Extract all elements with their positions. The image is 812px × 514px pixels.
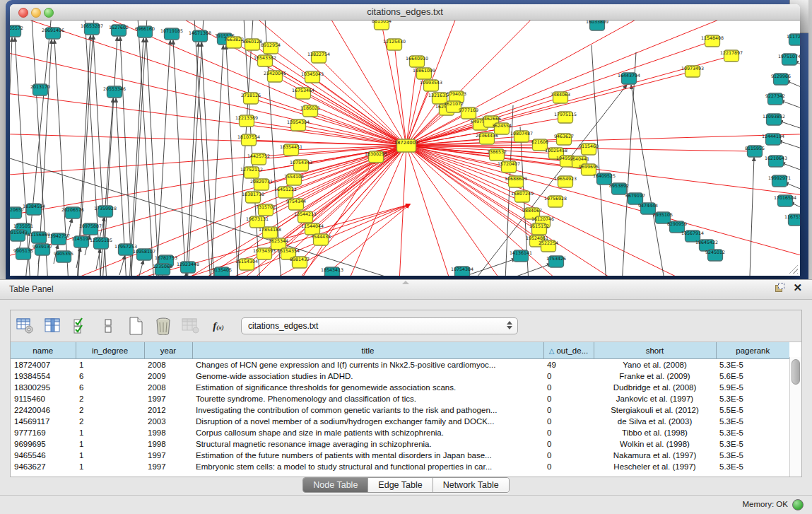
table-cell[interactable]: Dudbridge et al. (2008) [594,382,716,393]
table-row[interactable]: 911546021997Tourette syndrome. Phenomeno… [11,393,789,404]
table-cell[interactable]: 9777169 [11,427,76,438]
table-cell[interactable]: 5.3E-5 [716,450,789,461]
table-cell[interactable]: 5.3E-5 [716,461,789,472]
table-cell[interactable]: 2003 [144,416,192,427]
table-cell[interactable]: de Silva et al. (2003) [594,416,716,427]
create-column-button[interactable] [126,317,145,335]
network-window-titlebar[interactable]: citations_edges.txt [10,4,800,21]
node-table[interactable]: namein_degreeyeartitle△out_de...shortpag… [11,342,789,472]
import-table-button[interactable] [182,317,200,335]
table-select-dropdown[interactable]: citations_edges.txt [241,317,518,334]
table-cell[interactable]: 2 [76,393,144,404]
table-cell[interactable]: 1997 [144,393,192,404]
citation-network-graph[interactable]: 9405572206914061065328715276026966160107… [10,21,800,276]
table-mode-button[interactable] [16,317,35,335]
function-builder-button[interactable]: f(x) [209,317,228,335]
table-row[interactable]: 946362711997Embryonic stem cells: a mode… [11,461,789,472]
table-cell[interactable]: Stergiakouli et al. (2012) [594,404,716,416]
table-cell[interactable]: 9115460 [11,393,76,404]
table-row[interactable]: 1456911722003Disruption of a novel membe… [11,416,789,427]
table-cell[interactable]: Jankovic et al. (1997) [594,393,716,404]
table-cell[interactable]: 5.3E-5 [716,427,789,438]
table-cell[interactable]: 1 [76,461,144,472]
table-cell[interactable]: Estimation of the future numbers of pati… [192,450,543,461]
table-cell[interactable]: 2 [76,416,144,427]
column-header-in-degree[interactable]: in_degree [76,342,144,359]
panel-splitter-handle[interactable] [402,281,409,284]
table-cell[interactable]: 5.3E-5 [716,359,789,371]
float-panel-icon[interactable] [775,283,784,292]
table-cell[interactable]: Disruption of a novel member of a sodium… [192,416,543,427]
tab-node-table[interactable]: Node Table [303,478,368,492]
table-cell[interactable]: 2012 [144,404,192,416]
table-cell[interactable]: Estimation of significance thresholds fo… [192,382,543,393]
column-header-pagerank[interactable]: pagerank [716,342,789,359]
table-row[interactable]: 977716911998Corpus callosum shape and si… [11,427,789,438]
table-cell[interactable]: 0 [543,416,594,427]
table-cell[interactable]: 9463627 [11,461,76,472]
table-row[interactable]: 946554611997Estimation of the future num… [11,450,789,461]
table-cell[interactable]: Hescheler et al. (1997) [594,461,716,472]
table-row[interactable]: 1830029562008Estimation of significance … [11,382,789,393]
table-row[interactable]: 1938455462009Genome-wide association stu… [11,370,789,382]
table-cell[interactable]: 0 [543,370,594,382]
table-cell[interactable]: 2008 [144,359,192,371]
table-cell[interactable]: 1997 [144,461,192,472]
table-cell[interactable]: 0 [543,393,594,404]
table-cell[interactable]: 1997 [144,450,192,461]
show-columns-button[interactable] [44,317,62,335]
table-cell[interactable]: 1 [76,359,144,371]
table-scrollbar-thumb[interactable] [792,359,800,385]
table-row[interactable]: 2242004622012Investigating the contribut… [11,404,789,416]
table-cell[interactable]: 49 [543,359,594,371]
table-cell[interactable]: 0 [543,438,594,450]
table-cell[interactable]: Embryonic stem cells: a model to study s… [192,461,543,472]
column-header-out-de-[interactable]: △out_de... [543,342,594,359]
table-cell[interactable]: 6 [76,382,144,393]
table-cell[interactable]: Corpus callosum shape and size in male p… [192,427,543,438]
column-header-year[interactable]: year [144,342,192,359]
table-cell[interactable]: 9465546 [11,450,76,461]
select-columns-button[interactable] [71,317,90,335]
tab-edge-table[interactable]: Edge Table [368,478,433,492]
column-header-name[interactable]: name [11,342,76,359]
table-cell[interactable]: Structural magnetic resonance image aver… [192,438,543,450]
table-cell[interactable]: 18724007 [11,359,76,371]
table-row[interactable]: 969969511998Structural magnetic resonanc… [11,438,789,450]
delete-column-button[interactable] [154,317,172,335]
table-cell[interactable]: Tibbo et al. (1998) [594,427,716,438]
table-cell[interactable]: 1 [76,427,144,438]
row-options-button[interactable] [99,317,117,335]
table-cell[interactable]: 22420046 [11,404,76,416]
table-cell[interactable]: Changes of HCN gene expression and I(f) … [192,359,543,371]
table-row[interactable]: 1872400712008Changes of HCN gene express… [11,359,789,371]
close-panel-icon[interactable]: ✕ [793,283,802,292]
table-cell[interactable]: 0 [543,450,594,461]
tab-network-table[interactable]: Network Table [433,478,509,492]
network-view-window[interactable]: citations_edges.txt 94055722069140610653… [10,4,800,276]
table-cell[interactable]: 19384554 [11,370,76,382]
table-cell[interactable]: 2009 [144,370,192,382]
table-scrollbar[interactable] [789,357,801,477]
table-cell[interactable]: Franke et al. (2009) [594,370,716,382]
table-cell[interactable]: 5.3E-5 [716,438,789,450]
table-cell[interactable]: Investigating the contribution of common… [192,404,543,416]
table-cell[interactable]: 1 [76,450,144,461]
column-header-short[interactable]: short [594,342,716,359]
table-cell[interactable]: 1 [76,438,144,450]
table-cell[interactable]: 5.9E-5 [716,382,789,393]
table-cell[interactable]: 0 [543,404,594,416]
table-cell[interactable]: Genome-wide association studies in ADHD. [192,370,543,382]
table-cell[interactable]: 5.3E-5 [716,416,789,427]
table-cell[interactable]: 1998 [144,438,192,450]
table-cell[interactable]: 5.6E-5 [716,370,789,382]
table-cell[interactable]: 18300295 [11,382,76,393]
table-cell[interactable]: 5.3E-5 [716,393,789,404]
table-cell[interactable]: 2 [76,404,144,416]
table-cell[interactable]: 0 [543,382,594,393]
table-cell[interactable]: 14569117 [11,416,76,427]
table-cell[interactable]: 0 [543,461,594,472]
column-header-title[interactable]: title [192,342,543,359]
table-cell[interactable]: Nakamura et al. (1997) [594,450,716,461]
table-cell[interactable]: Yano et al. (2008) [594,359,716,371]
